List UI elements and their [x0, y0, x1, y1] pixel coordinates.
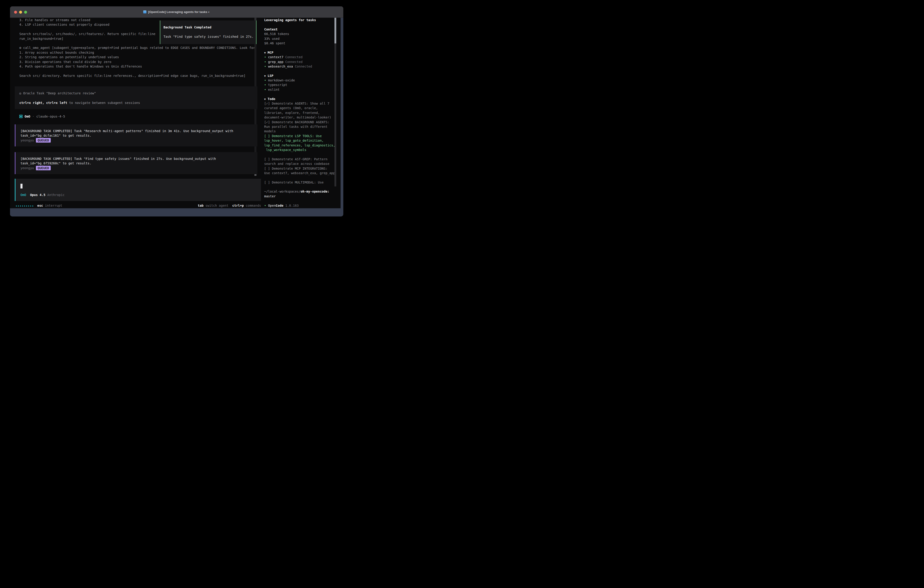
- app-window: [OpenCode] Leveraging agents for tasks ◐…: [10, 7, 343, 216]
- lsp-item: • typescript: [264, 83, 337, 87]
- scrollback-line: 1. Array access without bounds checking: [19, 50, 262, 55]
- status-left: esc interrupt: [16, 203, 62, 208]
- session-title: Leveraging agents for tasks: [264, 18, 337, 22]
- toast-body: Task "Find type safety issues" finished …: [163, 35, 254, 38]
- context-tokens: 66,518 tokens: [264, 31, 337, 36]
- input-model: Opus 4.5: [30, 193, 45, 197]
- chevron-down-icon: ▼: [264, 51, 266, 55]
- context-used: 33% used: [264, 36, 337, 41]
- agent-square-icon: [19, 115, 23, 118]
- lsp-item: • markdown-oxide: [264, 78, 337, 83]
- input-provider: Anthropic: [47, 193, 64, 197]
- agent-model: claude-opus-4-5: [36, 115, 65, 118]
- task-line: [BACKGROUND TASK COMPLETED] Task "Find t…: [20, 157, 257, 161]
- agent-session-header[interactable]: OmO · claude-opus-4-5: [19, 115, 65, 118]
- task-meta: yeongyuQUEUED: [20, 138, 257, 142]
- esc-key: esc: [37, 204, 43, 207]
- sidebar-scrollbar-thumb[interactable]: [335, 18, 336, 43]
- workspace-branch: master: [264, 194, 337, 198]
- text-cursor: [20, 184, 23, 188]
- lsp-item: • eslint: [264, 87, 337, 92]
- todo-line-active: lsp_hover, lsp_goto_definition,: [264, 138, 337, 143]
- window-title: [OpenCode] Leveraging agents for tasks ◐: [148, 10, 210, 14]
- document-icon: [143, 10, 147, 13]
- scrollback-line: 3. Division operations that could divide…: [19, 59, 262, 64]
- separator-dot: ·: [32, 115, 34, 118]
- todo-line-active: lsp_find_references, lsp_diagnostics,: [264, 143, 337, 147]
- background-task-message: [BACKGROUND TASK COMPLETED] Task "Find t…: [15, 152, 257, 174]
- workspace-path: ~/local-workspaces/oh-my-opencode:: [264, 189, 337, 194]
- section-mcp-header[interactable]: ▼ MCP: [264, 50, 337, 55]
- prompt-input[interactable]: OmO Opus 4.5 Anthropic: [15, 179, 261, 201]
- section-todo-header[interactable]: ▼ Todo: [264, 97, 337, 101]
- todo-line: Use context7, websearch_exa, grep_app: [264, 171, 337, 175]
- task-line: [BACKGROUND TASK COMPLETED] Task "Resear…: [20, 129, 257, 133]
- close-button[interactable]: [14, 11, 17, 14]
- todo-line: models: [264, 129, 337, 134]
- opencode-version: • OpenCode 1.0.163: [264, 203, 337, 208]
- ctrlp-key: ctrl+p: [233, 204, 244, 207]
- mcp-item: • grep_app Connected: [264, 59, 337, 64]
- oracle-task-title: ◎ Oracle Task "Deep architecture review": [19, 91, 96, 95]
- ctrlp-label: commands: [246, 204, 261, 207]
- minimize-button[interactable]: [19, 11, 22, 14]
- toast-title: Background Task Completed: [163, 25, 211, 29]
- todo-line: [ ] Demonstrate MULTIMODAL: Use: [264, 180, 337, 185]
- task-line: task_id="bg_6f59260c" to get results.: [20, 161, 257, 165]
- traffic-lights: [14, 7, 27, 18]
- window-titlebar[interactable]: [OpenCode] Leveraging agents for tasks ◐: [10, 7, 343, 18]
- tab-label: switch agent: [206, 204, 228, 207]
- task-author: yeongyu: [20, 166, 34, 170]
- oracle-task-hint: ctrl+x right, ctrl+x left to navigate be…: [19, 101, 140, 105]
- todo-line-active: lsp_workspace_symbols: [264, 147, 337, 152]
- zoom-button[interactable]: [24, 11, 27, 14]
- agent-name: OmO: [25, 115, 30, 118]
- oracle-task-box: ◎ Oracle Task "Deep architecture review"…: [15, 86, 257, 109]
- todo-line: Run parallel tasks with different: [264, 124, 337, 129]
- todo-line: search and replace across codebase: [264, 162, 337, 166]
- todo-line: [ ] Demonstrate MCP INTEGRATIONS:: [264, 166, 337, 171]
- tool-call-text: call_omo_agent [subagent_type=explore, p…: [23, 46, 255, 50]
- todo-line-active: [ ] Demonstrate LSP TOOLS: Use: [264, 134, 337, 138]
- tool-call-line: ⚙call_omo_agent [subagent_type=explore, …: [19, 45, 262, 50]
- mcp-item: • websearch_exa Connected: [264, 64, 337, 69]
- chevron-down-icon: ▼: [264, 98, 266, 101]
- task-author: yeongyu: [20, 139, 34, 142]
- section-lsp-header[interactable]: ▼ LSP: [264, 73, 337, 78]
- todo-line: [ ] Demonstrate AST-GREP: Pattern: [264, 157, 337, 162]
- tab-key: tab: [198, 204, 203, 207]
- sidebar-scrollbar-track[interactable]: [335, 43, 336, 187]
- input-agent: OmO: [20, 193, 26, 197]
- input-meta: OmO Opus 4.5 Anthropic: [20, 193, 64, 197]
- todo-line: [✓] Demonstrate BACKGROUND AGENTS:: [264, 120, 337, 124]
- scrollback-line: 2. String operations on potentially unde…: [19, 55, 262, 59]
- background-task-message: [BACKGROUND TASK COMPLETED] Task "Resear…: [15, 124, 257, 147]
- status-bar: esc interrupt tab switch agent ctrl+p co…: [16, 203, 261, 208]
- mcp-item: • context7 Connected: [264, 55, 337, 59]
- gear-icon: ⚙: [19, 45, 23, 50]
- chevron-down-icon: ▼: [264, 74, 266, 78]
- session-sidebar: Leveraging agents for tasks Context 66,5…: [264, 18, 337, 208]
- esc-label: interrupt: [45, 204, 62, 207]
- background-task-toast: Background Task Completed Task "Find typ…: [160, 20, 256, 44]
- scrollback-line: Search src/ directory. Return specific f…: [19, 73, 262, 78]
- todo-line: document-writer, multimodal-looker): [264, 115, 337, 120]
- task-line: task_id="bg_dcfac161" to get results.: [20, 133, 257, 138]
- todo-line: librarian, explore, frontend,: [264, 111, 337, 115]
- activity-dots-icon: [16, 205, 33, 207]
- scrollback-line: 4. Path operations that don't handle Win…: [19, 64, 262, 69]
- status-right: tab switch agent ctrl+p commands: [198, 203, 261, 208]
- queued-badge: QUEUED: [36, 138, 51, 142]
- todo-line: [✓] Demonstrate AGENTS: Show all 7: [264, 101, 337, 106]
- queued-badge: QUEUED: [36, 166, 51, 170]
- context-header: Context: [264, 27, 337, 31]
- terminal-content: 3. File handles or streams not closed 4.…: [10, 18, 341, 208]
- context-spent: $0.46 spent: [264, 41, 337, 45]
- task-meta: yeongyuQUEUED: [20, 166, 257, 170]
- todo-line: curated agents (OmO, oracle,: [264, 106, 337, 110]
- bullseye-icon: ◎: [19, 91, 21, 95]
